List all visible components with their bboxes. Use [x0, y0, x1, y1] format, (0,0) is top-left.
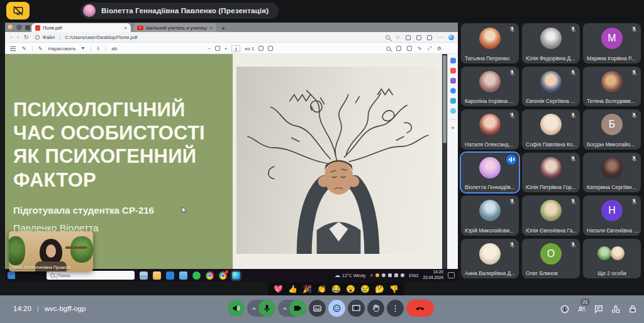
edit-icon[interactable]: ✎ — [418, 46, 422, 52]
tab-pdf[interactable]: Поля.pdf × — [31, 23, 131, 32]
mic-button[interactable] — [258, 300, 275, 317]
scrollbar-thumb[interactable] — [443, 55, 447, 143]
file-explorer-icon[interactable] — [153, 271, 161, 280]
captions-button[interactable] — [309, 300, 326, 317]
chevron-down-icon[interactable] — [81, 47, 85, 50]
participant-tile[interactable]: Юрій Миколайови... — [461, 195, 519, 236]
collections-icon[interactable] — [427, 35, 432, 40]
search-icon[interactable] — [386, 35, 390, 40]
pdf-scrollbar[interactable] — [442, 54, 447, 269]
forward-icon[interactable]: › — [17, 34, 19, 40]
participant-tile[interactable]: Софія Павлівна Ко... — [522, 109, 580, 150]
extensions-icon[interactable] — [416, 35, 421, 40]
highlighter-icon[interactable]: ✎ — [22, 46, 26, 52]
page-number-input[interactable]: 1 — [231, 45, 240, 52]
participant-tile[interactable]: Кароліна Ігорівна ... — [461, 67, 519, 107]
leave-call-button[interactable] — [406, 300, 434, 317]
rotate-icon[interactable] — [258, 46, 264, 51]
reaction-clap[interactable]: 👏 — [317, 285, 326, 293]
fit-page-icon[interactable] — [215, 46, 220, 51]
new-tab-button[interactable]: + — [221, 25, 225, 32]
activities-button[interactable] — [611, 304, 621, 317]
weather-widget[interactable]: ☁ 12°C Windy — [335, 272, 365, 278]
fullscreen-icon[interactable]: ⤢ — [427, 45, 431, 52]
read-aloud-label[interactable]: ab — [111, 46, 117, 52]
sidebar-outlook-icon[interactable] — [450, 98, 456, 104]
reaction-surprised[interactable]: 😮 — [346, 285, 355, 293]
page-info-icon[interactable] — [35, 35, 40, 40]
reaction-laugh[interactable]: 😂 — [331, 285, 341, 293]
overflow-participants-tile[interactable]: Ще 2 особи — [583, 239, 641, 279]
tab-close-icon[interactable]: × — [209, 25, 213, 31]
chrome-notification-icon[interactable] — [219, 271, 227, 280]
tab-close-icon[interactable]: × — [124, 25, 127, 31]
browser-tab-actions-icon[interactable] — [25, 25, 30, 30]
participant-tile[interactable]: Катерина Сергіївн... — [583, 153, 641, 193]
zoom-out-icon[interactable]: − — [208, 46, 211, 52]
browser-menu-icon[interactable]: ⋯ — [438, 35, 443, 40]
tab-youtube[interactable]: Шкільний учитель и ученица × — [133, 23, 216, 32]
reaction-thumbs-up[interactable]: 👍 — [288, 285, 297, 293]
participant-tile[interactable]: Юлія Федорівна Д... — [522, 23, 580, 63]
panel-icon[interactable] — [407, 46, 412, 51]
draw-pen-icon[interactable]: ✎ — [38, 46, 43, 52]
participant-tile[interactable]: М Марина Ігорівна Р... — [583, 23, 641, 63]
camera-options-chevron-icon[interactable] — [281, 305, 289, 312]
sidebar-games-icon[interactable] — [450, 78, 456, 84]
participant-tile[interactable]: Анна Валеріївна Д... — [461, 239, 519, 279]
back-icon[interactable]: ‹ — [10, 34, 12, 40]
self-view-tile[interactable]: Ірина Валентинівна Прожога — [9, 231, 93, 271]
sidebar-office-icon[interactable] — [450, 88, 456, 94]
participant-tile[interactable]: Юлія Євгеніївна Га... — [522, 195, 580, 236]
participant-tile[interactable]: О Олег Блинов — [522, 239, 580, 279]
start-button-icon[interactable] — [8, 271, 15, 279]
mic-options-chevron-icon[interactable] — [250, 305, 258, 312]
zoom-in-icon[interactable]: + — [225, 46, 228, 52]
participant-tile[interactable]: Н Наталя Євгеніївна ... — [583, 195, 641, 236]
print-icon[interactable] — [268, 46, 273, 51]
whatsapp-icon[interactable] — [192, 271, 201, 280]
task-view-icon[interactable] — [140, 271, 148, 280]
host-controls-button[interactable] — [628, 304, 638, 317]
participant-tile[interactable]: Наталя Олександ... — [461, 109, 519, 150]
taskbar-clock[interactable]: 14:20 23.04.2024 — [423, 270, 443, 281]
browser-workspaces-icon[interactable] — [16, 25, 22, 30]
reaction-party[interactable]: 🎉 — [303, 285, 312, 293]
keyboard-language[interactable]: ENG — [409, 273, 418, 278]
sidebar-add-icon[interactable]: + — [451, 126, 455, 131]
presenter-pill[interactable]: Віолетта Геннадіївна Павленко (Презентац… — [80, 3, 279, 19]
speaker-button[interactable] — [228, 300, 245, 317]
draw-tool-label[interactable]: Нарисовать — [48, 46, 75, 52]
sidebar-copilot-icon[interactable] — [450, 58, 456, 63]
participant-tile[interactable]: Б Богдан Миколайо... — [583, 109, 641, 150]
reaction-heart[interactable]: 💖 — [274, 285, 283, 293]
reactions-button[interactable] — [328, 300, 345, 317]
meeting-details-button[interactable] — [560, 304, 570, 317]
reaction-cry[interactable]: 😢 — [360, 285, 370, 293]
more-options-button[interactable]: ⋮ — [387, 300, 404, 317]
pdf-search-icon[interactable] — [386, 47, 391, 51]
comment-icon[interactable] — [396, 46, 401, 51]
chrome-icon[interactable] — [206, 271, 214, 280]
reaction-thumbs-down[interactable]: 👎 — [389, 285, 399, 293]
chat-panel-button[interactable] — [594, 304, 604, 317]
reaction-thinking[interactable]: 🤔 — [375, 285, 384, 293]
tray-expand-icon[interactable]: ∧ — [370, 273, 373, 278]
microsoft-store-icon[interactable] — [166, 271, 174, 280]
browser-profile-avatar[interactable] — [8, 25, 13, 30]
raise-hand-button[interactable] — [367, 300, 384, 317]
participant-tile[interactable]: Юлія Петрівна Гор... — [522, 153, 580, 193]
participant-tile[interactable]: Євгенія Сергіївна ... — [522, 67, 580, 107]
present-button[interactable] — [348, 300, 365, 317]
split-screen-icon[interactable] — [406, 35, 411, 40]
taskbar-search-input[interactable]: Поиск — [47, 271, 135, 280]
mail-icon[interactable] — [179, 271, 187, 280]
reload-icon[interactable]: ↻ — [24, 34, 29, 40]
camera-button[interactable] — [289, 300, 306, 317]
sidebar-shopping-icon[interactable] — [450, 68, 456, 74]
address-field[interactable]: Файл | C:/Users/user/Desktop/Поля.pdf — [35, 35, 138, 40]
favorite-star-icon[interactable]: ☆ — [396, 35, 400, 40]
presentation-audio-muted-badge[interactable] — [6, 2, 30, 19]
notification-center-icon[interactable] — [448, 272, 455, 278]
participant-tile[interactable]: Татьяна Петренко — [461, 23, 519, 63]
